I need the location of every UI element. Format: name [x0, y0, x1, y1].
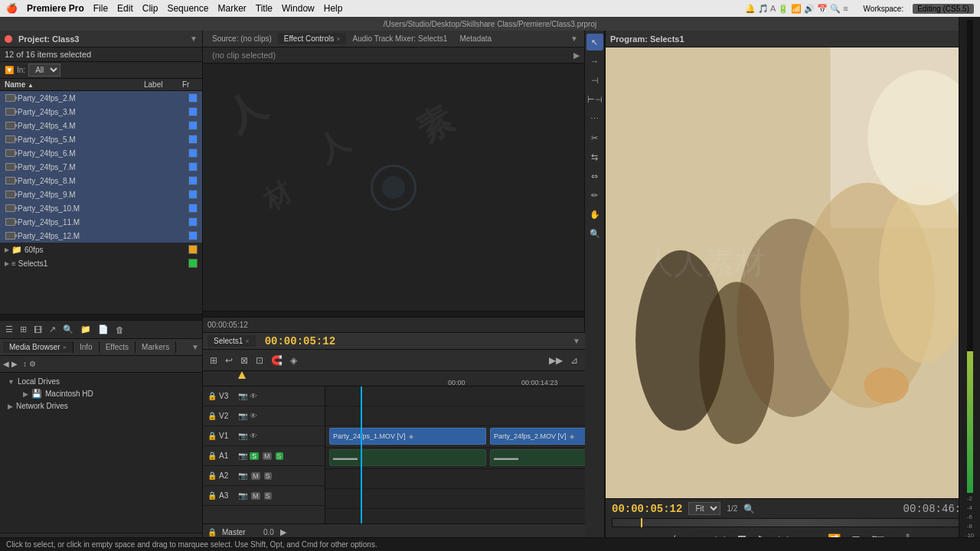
program-timeline-bar[interactable] [612, 518, 974, 527]
lock-v1[interactable]: 🔒 [207, 432, 217, 440]
folder-color-selects1[interactable] [188, 259, 198, 268]
folder-item-selects1[interactable]: ▶ ≡ Selects1 [0, 256, 202, 270]
list-item[interactable]: Party_24fps_10.M [0, 201, 202, 215]
expand-btn[interactable]: ▶ [573, 51, 580, 60]
clip-party1-video[interactable]: Party_24fps_1.MOV [V] ◈ [329, 428, 486, 445]
camera-v3[interactable]: 📷 [238, 392, 247, 400]
col-name-header[interactable]: Name ▲ [5, 80, 144, 89]
menu-title[interactable]: Title [256, 3, 273, 14]
menu-help[interactable]: Help [324, 3, 343, 14]
apple-menu[interactable]: 🍎 [6, 3, 18, 14]
list-item[interactable]: Party_24fps_8.M [0, 174, 202, 187]
clip-party2-video[interactable]: Party_24fps_2.MOV [V] ◈ [490, 428, 585, 445]
tool-rate[interactable]: ⋯ [586, 110, 603, 127]
color-label[interactable] [188, 217, 198, 227]
tab-close-media-browser[interactable]: × [63, 344, 67, 351]
lock-a3[interactable]: 🔒 [207, 491, 217, 500]
tab-info[interactable]: Info [74, 341, 100, 353]
automate-btn[interactable]: ↗ [47, 323, 58, 336]
tool-razor[interactable]: ✂ [586, 129, 603, 146]
mute-a3[interactable]: M [251, 492, 260, 500]
master-lock[interactable]: 🔒 [207, 528, 217, 536]
tl-nav-right-btn[interactable]: ▶▶ [547, 354, 565, 367]
source-panel-menu[interactable]: ▼ [570, 34, 581, 43]
timeline-tab-close[interactable]: × [245, 337, 249, 345]
list-item[interactable]: Party_24fps_11.M [0, 215, 202, 229]
tool-ripple[interactable]: ⊣ [586, 72, 603, 89]
project-hscrollbar[interactable] [0, 314, 202, 320]
tl-delete-btn[interactable]: ↩ [223, 354, 235, 367]
mic-a3[interactable]: 📷 [238, 491, 247, 500]
tool-slide[interactable]: ⇔ [586, 168, 603, 184]
effect-controls-close[interactable]: × [336, 35, 340, 43]
color-label[interactable] [188, 176, 198, 185]
tl-lift-btn[interactable]: ⊠ [238, 354, 250, 367]
tl-snap-btn[interactable]: 🧲 [269, 354, 285, 367]
filter-icon[interactable]: 🔽 [5, 66, 14, 74]
tab-metadata[interactable]: Metadata [453, 33, 498, 44]
eye-v1[interactable]: 👁 [250, 432, 257, 440]
mute-a1[interactable]: M [263, 452, 272, 460]
track-a3-row[interactable] [325, 489, 585, 509]
eye-v3[interactable]: 👁 [250, 392, 257, 400]
tl-ripple-btn[interactable]: ⊡ [253, 354, 266, 367]
tool-select[interactable]: ↖ [586, 34, 603, 51]
media-panel-menu[interactable]: ▼ [191, 343, 199, 351]
list-item[interactable]: Party_24fps_6.M [0, 146, 202, 160]
tool-track-select[interactable]: → [586, 53, 603, 70]
tool-rolling[interactable]: ⊢⊣ [586, 91, 603, 108]
menu-window[interactable]: Window [282, 3, 315, 14]
project-panel-menu[interactable]: ▼ [190, 34, 198, 43]
color-label[interactable] [188, 231, 198, 240]
source-timecode[interactable]: 00:00:05:12 [207, 321, 248, 329]
tool-slip[interactable]: ⇆ [586, 148, 603, 165]
list-item[interactable]: Party_24fps_3.M [0, 105, 202, 119]
solo-a2[interactable]: S [264, 472, 272, 480]
color-label[interactable] [188, 93, 198, 103]
timeline-tab-selects1[interactable]: Selects1× [207, 335, 256, 347]
browser-item-network[interactable]: ▶ Network Drives [5, 400, 198, 412]
color-label[interactable] [188, 190, 198, 199]
mb-next-btn[interactable]: ▶ [11, 360, 18, 368]
workspace-selector[interactable]: Editing (CS5.5) [913, 4, 974, 14]
tab-media-browser[interactable]: Media Browser× [3, 341, 74, 353]
color-label[interactable] [188, 107, 198, 116]
fit-select[interactable]: Fit [688, 502, 720, 515]
program-scrubbar[interactable] [612, 518, 974, 527]
list-view-btn[interactable]: ☰ [3, 323, 15, 336]
mute-a2[interactable]: M [251, 472, 260, 480]
track-a1-row[interactable]: ▬▬▬▬ ▬▬▬▬ [325, 448, 585, 469]
tool-pen[interactable]: ✏ [586, 187, 603, 204]
list-item[interactable]: Party_24fps_9.M [0, 187, 202, 201]
filmstrip-btn[interactable]: 🎞 [31, 324, 44, 336]
track-v2-row[interactable] [325, 406, 585, 426]
list-item[interactable]: Party_24fps_12.M [0, 229, 202, 243]
track-a2-row[interactable] [325, 469, 585, 489]
list-item[interactable]: Party_24fps_5.M [0, 132, 202, 146]
menu-clip[interactable]: Clip [142, 3, 158, 14]
in-select[interactable]: All [28, 64, 60, 77]
timeline-panel-menu[interactable]: ▼ [573, 337, 580, 345]
clear-btn[interactable]: 🗑 [113, 324, 126, 336]
icon-view-btn[interactable]: ⊞ [18, 323, 29, 336]
tl-insert-btn[interactable]: ⊿ [568, 354, 580, 367]
source-hscrollbar[interactable] [203, 311, 584, 317]
tool-hand[interactable]: ✋ [586, 206, 603, 223]
color-label[interactable] [188, 148, 198, 158]
zoom-icon[interactable]: 🔍 [743, 504, 755, 514]
tab-markers[interactable]: Markers [136, 341, 176, 353]
folder-color-60fps[interactable] [188, 245, 198, 254]
track-v3-row[interactable] [325, 386, 585, 406]
menu-marker[interactable]: Marker [217, 3, 246, 14]
camera-v2[interactable]: 📷 [238, 412, 247, 420]
new-item-btn[interactable]: 📄 [96, 323, 111, 336]
clip-party2-audio[interactable]: ▬▬▬▬ [490, 449, 585, 466]
tab-effect-controls[interactable]: Effect Controls× [278, 33, 347, 44]
lock-a1[interactable]: 🔒 [207, 452, 217, 460]
mic-a1[interactable]: 📷 [238, 452, 247, 460]
solo-a1[interactable]: S [276, 452, 283, 460]
search-btn[interactable]: 🔍 [60, 323, 76, 336]
track-v1-row[interactable]: Party_24fps_1.MOV [V] ◈ Party_24fps_2.MO… [325, 426, 585, 448]
list-item[interactable]: Party_24fps_2.M [0, 91, 202, 105]
tl-marker-btn[interactable]: ◈ [288, 354, 299, 367]
